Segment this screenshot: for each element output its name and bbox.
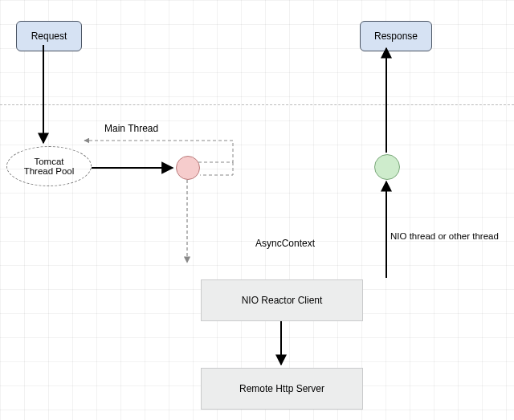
nio-thread-label: NIO thread or other thread	[390, 231, 499, 241]
remote-http-server-node: Remote Http Server	[201, 368, 363, 410]
async-context-label: AsyncContext	[255, 238, 315, 249]
arrow-main-thread-return	[84, 141, 233, 162]
nio-reactor-client-node: NIO Reactor Client	[201, 279, 363, 321]
separator-line	[0, 104, 514, 105]
main-thread-label: Main Thread	[104, 123, 158, 134]
async-start-circle	[176, 156, 200, 180]
response-node: Response	[360, 21, 432, 51]
request-node: Request	[16, 21, 82, 51]
arrow-main-thread-return-loop	[200, 162, 233, 175]
diagram-layer: Request Response Tomcat Thread Pool NIO …	[0, 0, 514, 420]
tomcat-thread-pool-node: Tomcat Thread Pool	[6, 146, 92, 186]
arrows-layer	[0, 0, 514, 420]
response-thread-circle	[374, 154, 400, 180]
